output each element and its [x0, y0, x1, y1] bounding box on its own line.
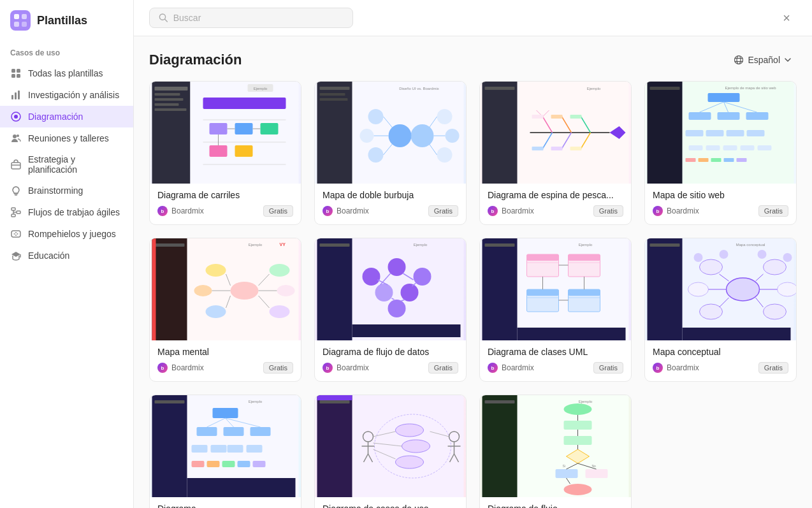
- app-title: Plantillas: [37, 14, 87, 27]
- logo-icon: [10, 10, 31, 31]
- card-9-title: Diagrama: [157, 504, 293, 508]
- card-8[interactable]: Mapa conceptual: [644, 238, 797, 382]
- svg-rect-22: [11, 214, 15, 217]
- svg-rect-1: [14, 14, 19, 19]
- svg-rect-118: [724, 158, 734, 162]
- card-1[interactable]: Ejemplo: [149, 81, 301, 225]
- svg-text:Ejemplo de mapa de sitio web: Ejemplo de mapa de sitio web: [725, 86, 776, 90]
- svg-rect-251: [564, 436, 592, 445]
- svg-text:Si: Si: [563, 464, 565, 468]
- svg-text:Ejemplo: Ejemplo: [249, 400, 263, 403]
- card-8-preview: Mapa conceptual: [645, 238, 796, 340]
- card-9[interactable]: Ejemplo: [149, 395, 301, 508]
- svg-rect-3: [14, 22, 19, 27]
- svg-rect-79: [482, 82, 518, 184]
- svg-rect-52: [261, 123, 279, 134]
- sidebar-item-diagramming[interactable]: Diagramación: [0, 106, 133, 127]
- lightbulb-icon: [10, 185, 22, 196]
- svg-rect-41: [155, 103, 179, 106]
- svg-rect-54: [235, 145, 253, 157]
- card-4-author: b Boardmix: [653, 206, 699, 216]
- sidebar-item-meetings[interactable]: Reuniones y talleres: [0, 127, 133, 149]
- card-4-badge: Gratis: [758, 205, 788, 217]
- search-bar[interactable]: [149, 8, 353, 28]
- svg-text:Ejemplo: Ejemplo: [587, 87, 601, 91]
- svg-rect-203: [152, 395, 187, 497]
- svg-rect-59: [317, 82, 352, 184]
- card-10-title: Diagrama de casos de uso: [323, 504, 458, 508]
- sidebar-item-icebreakers[interactable]: Rompehielos y juegos: [0, 223, 133, 245]
- svg-point-66: [368, 109, 384, 124]
- svg-point-249: [564, 403, 592, 415]
- svg-point-34: [737, 56, 741, 64]
- svg-rect-170: [569, 289, 600, 296]
- svg-rect-112: [723, 145, 737, 150]
- sidebar-item-education[interactable]: Educación: [0, 245, 133, 266]
- card-7-preview: Ejemplo: [480, 238, 631, 340]
- svg-point-194: [783, 253, 792, 262]
- svg-rect-16: [11, 163, 20, 169]
- card-4-meta: b Boardmix Gratis: [653, 205, 788, 217]
- sidebar-item-research[interactable]: Investigación y análisis: [0, 84, 133, 106]
- svg-rect-100: [650, 87, 680, 90]
- svg-point-192: [720, 250, 729, 259]
- svg-rect-246: [482, 395, 518, 497]
- svg-rect-143: [317, 238, 352, 340]
- cards-grid: Ejemplo: [149, 81, 797, 508]
- card-10[interactable]: Diagrama de casos de uso b Boardmix Grat…: [314, 395, 467, 508]
- card-5-author: b Boardmix: [157, 363, 204, 373]
- svg-rect-109: [747, 130, 765, 136]
- svg-text:Ejemplo: Ejemplo: [414, 243, 428, 247]
- svg-point-150: [401, 284, 419, 301]
- search-input[interactable]: [173, 13, 344, 23]
- card-2-author: b Boardmix: [323, 206, 369, 216]
- svg-rect-204: [155, 400, 185, 403]
- svg-rect-119: [737, 158, 747, 162]
- language-selector[interactable]: Español: [729, 52, 797, 68]
- topbar: ×: [134, 0, 812, 36]
- svg-point-148: [414, 268, 431, 286]
- card-4[interactable]: Ejemplo de mapa de sitio web: [644, 81, 797, 225]
- sidebar-item-brainstorming[interactable]: Brainstorming: [0, 180, 133, 201]
- svg-rect-216: [222, 461, 235, 467]
- svg-point-234: [402, 440, 430, 453]
- sidebar-item-agile[interactable]: Flujos de trabjao ágiles: [0, 201, 133, 223]
- boardmix-logo-1: b: [157, 206, 168, 216]
- sidebar-section-label: Casos de uso: [0, 43, 133, 62]
- card-6[interactable]: Ejemplo: [314, 238, 467, 382]
- svg-point-14: [13, 134, 17, 138]
- svg-point-28: [15, 235, 17, 236]
- svg-rect-42: [155, 108, 187, 111]
- svg-rect-124: [152, 238, 187, 340]
- svg-rect-215: [207, 461, 220, 467]
- card-6-author: b Boardmix: [323, 363, 369, 373]
- svg-text:VY: VY: [280, 242, 286, 247]
- card-11[interactable]: Ejemplo: [479, 395, 632, 508]
- sidebar-item-strategy[interactable]: Estrategia y planificación: [0, 149, 133, 180]
- close-button[interactable]: ×: [776, 8, 797, 28]
- svg-text:Ejemplo: Ejemplo: [579, 243, 593, 247]
- svg-rect-21: [17, 211, 20, 214]
- svg-point-15: [17, 134, 19, 137]
- svg-point-262: [564, 484, 592, 495]
- boardmix-logo-7: b: [488, 363, 498, 373]
- svg-rect-92: [532, 115, 544, 119]
- svg-rect-39: [155, 93, 180, 96]
- svg-rect-0: [10, 10, 31, 31]
- svg-rect-217: [238, 461, 250, 467]
- svg-rect-117: [711, 158, 721, 162]
- sidebar-item-all[interactable]: Todas las plantillas: [0, 62, 133, 84]
- svg-point-185: [700, 259, 723, 275]
- svg-rect-125: [155, 243, 185, 247]
- card-8-badge: Gratis: [758, 362, 788, 374]
- svg-point-188: [764, 304, 787, 319]
- card-5[interactable]: Ejemplo VY: [149, 238, 301, 382]
- svg-point-190: [778, 282, 797, 296]
- svg-rect-103: [689, 112, 711, 120]
- svg-text:Ejemplo: Ejemplo: [579, 400, 593, 403]
- svg-point-131: [270, 264, 290, 277]
- card-3[interactable]: Ejemplo: [479, 81, 632, 225]
- card-2[interactable]: Diseño UI vs. Boardmix: [314, 81, 467, 225]
- card-7[interactable]: Ejemplo: [479, 238, 632, 382]
- boardmix-logo-5: b: [157, 363, 168, 373]
